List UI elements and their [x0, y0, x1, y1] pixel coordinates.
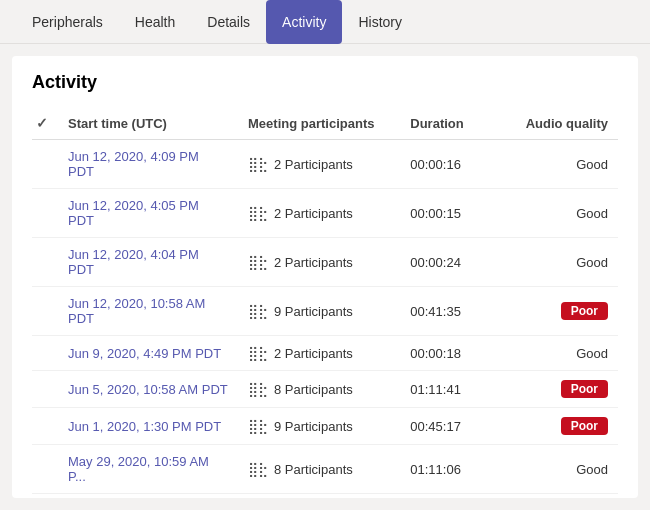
table-row: Jun 12, 2020, 4:09 PM PDT⣿⣗2 Participant…	[32, 140, 618, 189]
participants-icon: ⣿⣗	[248, 461, 268, 477]
row-check	[32, 140, 58, 189]
row-duration: 00:41:35	[400, 287, 505, 336]
participants-icon: ⣿⣗	[248, 418, 268, 434]
col-check: ✓	[32, 107, 58, 140]
row-quality: Good	[505, 494, 618, 499]
row-quality: Good	[505, 336, 618, 371]
row-start-time[interactable]: Jun 12, 2020, 4:04 PM PDT	[58, 238, 238, 287]
content-area: Activity ✓ Start time (UTC) Meeting part…	[12, 56, 638, 498]
row-participants: ⣿⣗8 Participants	[238, 445, 400, 494]
poor-badge: Poor	[561, 380, 608, 398]
row-check	[32, 408, 58, 445]
row-check	[32, 336, 58, 371]
row-duration: 00:34:45	[400, 494, 505, 499]
table-row: May 20, 2020, 11:29 AM P...⣿⣗8 Participa…	[32, 494, 618, 499]
poor-badge: Poor	[561, 417, 608, 435]
col-participants: Meeting participants	[238, 107, 400, 140]
row-check	[32, 494, 58, 499]
table-row: Jun 12, 2020, 10:58 AM PDT⣿⣗9 Participan…	[32, 287, 618, 336]
row-start-time[interactable]: Jun 9, 2020, 4:49 PM PDT	[58, 336, 238, 371]
row-check	[32, 371, 58, 408]
row-start-time[interactable]: May 20, 2020, 11:29 AM P...	[58, 494, 238, 499]
row-duration: 00:00:24	[400, 238, 505, 287]
row-quality: Poor	[505, 371, 618, 408]
participants-icon: ⣿⣗	[248, 205, 268, 221]
row-check	[32, 287, 58, 336]
row-check	[32, 238, 58, 287]
row-participants: ⣿⣗2 Participants	[238, 140, 400, 189]
check-icon: ✓	[36, 115, 48, 131]
tab-history[interactable]: History	[342, 0, 418, 44]
table-row: Jun 5, 2020, 10:58 AM PDT⣿⣗8 Participant…	[32, 371, 618, 408]
row-start-time[interactable]: Jun 5, 2020, 10:58 AM PDT	[58, 371, 238, 408]
row-participants: ⣿⣗8 Participants	[238, 494, 400, 499]
row-quality: Good	[505, 238, 618, 287]
participants-icon: ⣿⣗	[248, 345, 268, 361]
row-duration: 01:11:06	[400, 445, 505, 494]
row-check	[32, 445, 58, 494]
row-duration: 00:45:17	[400, 408, 505, 445]
tab-bar: PeripheralsHealthDetailsActivityHistory	[0, 0, 650, 44]
participants-count: 9 Participants	[274, 304, 353, 319]
poor-badge: Poor	[561, 302, 608, 320]
table-row: Jun 12, 2020, 4:04 PM PDT⣿⣗2 Participant…	[32, 238, 618, 287]
row-duration: 00:00:18	[400, 336, 505, 371]
participants-count: 2 Participants	[274, 157, 353, 172]
participants-count: 8 Participants	[274, 382, 353, 397]
participants-icon: ⣿⣗	[248, 303, 268, 319]
row-quality: Good	[505, 140, 618, 189]
tab-details[interactable]: Details	[191, 0, 266, 44]
row-start-time[interactable]: Jun 12, 2020, 10:58 AM PDT	[58, 287, 238, 336]
table-row: Jun 1, 2020, 1:30 PM PDT⣿⣗9 Participants…	[32, 408, 618, 445]
row-duration: 00:00:16	[400, 140, 505, 189]
tab-activity[interactable]: Activity	[266, 0, 342, 44]
table-row: Jun 9, 2020, 4:49 PM PDT⣿⣗2 Participants…	[32, 336, 618, 371]
participants-count: 9 Participants	[274, 419, 353, 434]
row-participants: ⣿⣗2 Participants	[238, 189, 400, 238]
table-row: May 29, 2020, 10:59 AM P...⣿⣗8 Participa…	[32, 445, 618, 494]
participants-count: 8 Participants	[274, 462, 353, 477]
participants-icon: ⣿⣗	[248, 156, 268, 172]
row-start-time[interactable]: Jun 12, 2020, 4:09 PM PDT	[58, 140, 238, 189]
row-start-time[interactable]: Jun 12, 2020, 4:05 PM PDT	[58, 189, 238, 238]
participants-count: 2 Participants	[274, 346, 353, 361]
participants-icon: ⣿⣗	[248, 381, 268, 397]
row-participants: ⣿⣗2 Participants	[238, 238, 400, 287]
row-quality: Good	[505, 445, 618, 494]
row-participants: ⣿⣗9 Participants	[238, 287, 400, 336]
row-start-time[interactable]: Jun 1, 2020, 1:30 PM PDT	[58, 408, 238, 445]
row-duration: 00:00:15	[400, 189, 505, 238]
tab-health[interactable]: Health	[119, 0, 191, 44]
row-start-time[interactable]: May 29, 2020, 10:59 AM P...	[58, 445, 238, 494]
tab-peripherals[interactable]: Peripherals	[16, 0, 119, 44]
row-check	[32, 189, 58, 238]
activity-table: ✓ Start time (UTC) Meeting participants …	[32, 107, 618, 498]
col-quality: Audio quality	[505, 107, 618, 140]
participants-count: 2 Participants	[274, 206, 353, 221]
row-quality: Poor	[505, 287, 618, 336]
participants-count: 2 Participants	[274, 255, 353, 270]
row-participants: ⣿⣗9 Participants	[238, 408, 400, 445]
col-start-time: Start time (UTC)	[58, 107, 238, 140]
row-quality: Good	[505, 189, 618, 238]
table-row: Jun 12, 2020, 4:05 PM PDT⣿⣗2 Participant…	[32, 189, 618, 238]
row-quality: Poor	[505, 408, 618, 445]
row-participants: ⣿⣗8 Participants	[238, 371, 400, 408]
participants-icon: ⣿⣗	[248, 254, 268, 270]
page-title: Activity	[32, 72, 618, 93]
col-duration: Duration	[400, 107, 505, 140]
row-duration: 01:11:41	[400, 371, 505, 408]
row-participants: ⣿⣗2 Participants	[238, 336, 400, 371]
